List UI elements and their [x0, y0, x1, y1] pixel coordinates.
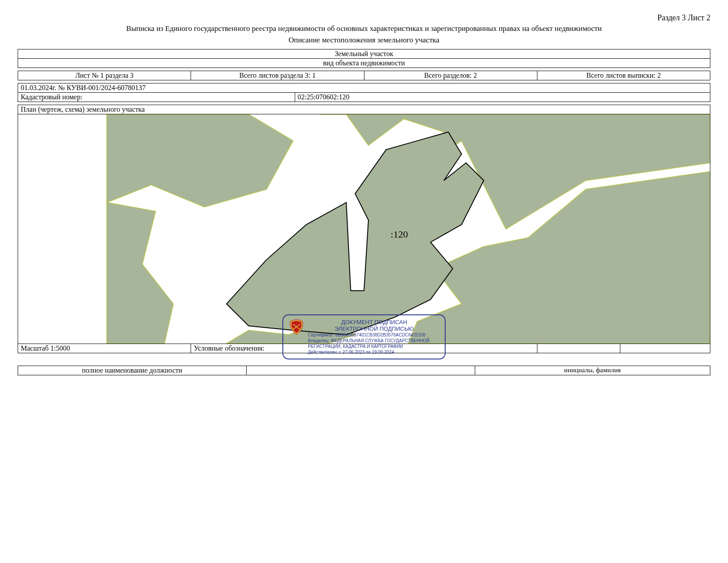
plan-map-cell: :120	[18, 114, 710, 344]
footer-position: полное наименование должности	[18, 366, 247, 375]
stamp-owner: Владелец: ФЕДЕРАЛЬНАЯ СЛУЖБА ГОСУДАРСТВЕ…	[308, 338, 440, 349]
meta-total-section-sheets: Всего листов раздела 3: 1	[191, 71, 364, 80]
meta-total-sections: Всего разделов: 2	[364, 71, 537, 80]
cadastral-label: Кадастровый номер:	[18, 93, 295, 102]
object-table: Земельный участок вид объекта недвижимос…	[18, 49, 710, 68]
footer-signature-cell	[246, 366, 475, 375]
stamp-cert: Сертификат: 00BB056B7401CB38D2B3576ACDC8…	[308, 332, 440, 338]
doc-reference: 01.03.2024г. № КУВИ-001/2024-60780137	[18, 83, 710, 93]
section-sheet-label: Раздел 3 Лист 2	[18, 13, 710, 23]
document-title: Выписка из Единого государственного реес…	[18, 24, 710, 33]
plan-title: План (чертеж, схема) земельного участка	[18, 105, 710, 114]
stamp-title-1: ДОКУМЕНТ ПОДПИСАН	[308, 319, 440, 325]
parcel-label: :120	[390, 229, 408, 240]
legend-empty-1	[537, 344, 620, 353]
meta-total-extract-sheets: Всего листов выписки: 2	[537, 71, 710, 80]
stamp-title-2: ЭЛЕКТРОННОЙ ПОДПИСЬЮ	[308, 325, 440, 332]
emblem-icon	[288, 319, 305, 336]
stamp-valid: Действителен: с 27.06.2023 по 19.09.2024	[308, 349, 440, 355]
cadastral-map: :120	[18, 114, 710, 344]
footer-initials: инициалы, фамилия	[475, 366, 710, 375]
meta-sheet-no: Лист № 1 раздела 3	[18, 71, 191, 80]
scale-label: Масштаб 1:5000	[18, 344, 191, 353]
document-subtitle: Описание местоположения земельного участ…	[18, 36, 710, 45]
footer-table: полное наименование должности инициалы, …	[18, 366, 710, 375]
digital-signature-stamp: ДОКУМЕНТ ПОДПИСАН ЭЛЕКТРОННОЙ ПОДПИСЬЮ С…	[282, 314, 446, 359]
cadastral-value: 02:25:070602:120	[295, 93, 710, 102]
object-name: Земельный участок	[18, 49, 710, 59]
object-type-label: вид объекта недвижимости	[18, 59, 710, 68]
meta-row-table: Лист № 1 раздела 3 Всего листов раздела …	[18, 71, 710, 80]
legend-empty-2	[620, 344, 710, 353]
doc-ref-table: 01.03.2024г. № КУВИ-001/2024-60780137 Ка…	[18, 83, 710, 102]
